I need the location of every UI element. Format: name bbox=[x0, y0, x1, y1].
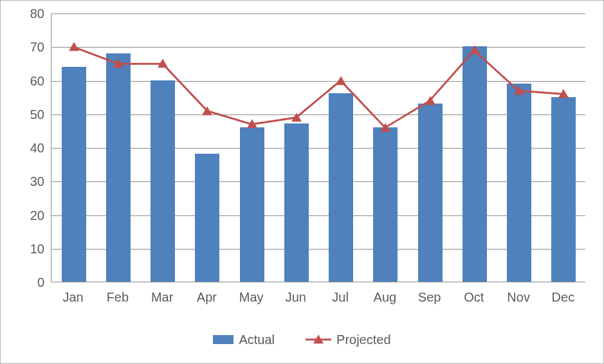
y-tick-label: 70 bbox=[12, 40, 51, 55]
triangle-marker-icon bbox=[291, 113, 302, 122]
x-tick-label: May bbox=[239, 290, 264, 305]
triangle-marker-icon bbox=[470, 46, 480, 55]
legend: Actual Projected bbox=[1, 325, 603, 354]
x-tick-label: Aug bbox=[374, 290, 397, 305]
projected-markers bbox=[51, 14, 585, 282]
y-tick-label: 80 bbox=[12, 6, 51, 21]
legend-item-projected: Projected bbox=[306, 332, 391, 347]
legend-swatch-bar-icon bbox=[213, 335, 233, 344]
x-tick-label: Nov bbox=[507, 290, 530, 305]
y-tick-label: 50 bbox=[12, 107, 51, 122]
y-tick-label: 10 bbox=[12, 241, 51, 256]
x-tick-label: Apr bbox=[197, 290, 217, 305]
triangle-marker-icon bbox=[113, 59, 124, 68]
x-tick-label: Dec bbox=[552, 290, 575, 305]
y-tick-label: 60 bbox=[12, 73, 51, 88]
triangle-marker-icon bbox=[69, 42, 79, 51]
plot-area: 01020304050607080 bbox=[51, 14, 585, 282]
triangle-marker-icon bbox=[425, 96, 435, 105]
triangle-marker-icon bbox=[336, 76, 346, 85]
triangle-marker-icon bbox=[514, 86, 524, 95]
legend-item-actual: Actual bbox=[213, 332, 275, 347]
legend-label-projected: Projected bbox=[336, 332, 391, 347]
chart-frame: 01020304050607080 JanFebMarAprMayJunJulA… bbox=[0, 0, 604, 364]
triangle-marker-icon bbox=[558, 89, 569, 98]
x-tick-label: Oct bbox=[464, 290, 484, 305]
triangle-marker-icon bbox=[158, 59, 168, 68]
y-tick-label: 20 bbox=[12, 208, 51, 223]
legend-label-actual: Actual bbox=[239, 332, 275, 347]
triangle-marker-icon bbox=[202, 106, 212, 115]
x-tick-label: Mar bbox=[151, 290, 173, 305]
x-tick-label: Jul bbox=[332, 290, 349, 305]
y-tick-label: 40 bbox=[12, 141, 51, 156]
x-tick-label: Jun bbox=[286, 290, 306, 305]
triangle-marker-icon bbox=[380, 123, 390, 132]
x-tick-label: Sep bbox=[418, 290, 441, 305]
x-axis-labels: JanFebMarAprMayJunJulAugSepOctNovDec bbox=[51, 286, 585, 308]
y-tick-label: 0 bbox=[12, 275, 51, 290]
legend-swatch-line-icon bbox=[306, 333, 331, 346]
x-tick-label: Feb bbox=[107, 290, 129, 305]
y-tick-label: 30 bbox=[12, 174, 51, 189]
x-tick-label: Jan bbox=[63, 290, 84, 305]
triangle-marker-icon bbox=[247, 120, 257, 129]
